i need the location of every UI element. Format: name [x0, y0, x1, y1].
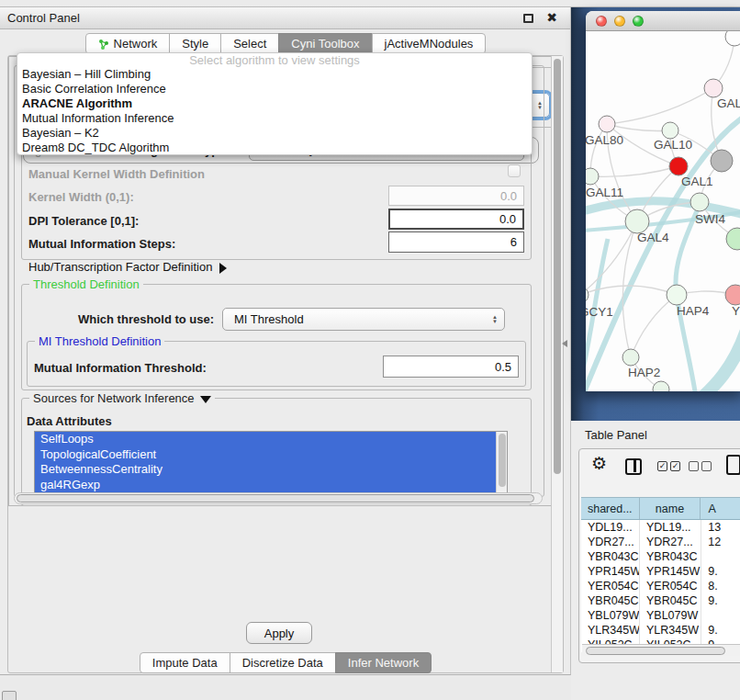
tab-style[interactable]: Style: [169, 33, 221, 54]
attribute-item[interactable]: SelfLoops: [35, 432, 507, 447]
table-row[interactable]: YDR27...YDR27...12: [581, 535, 740, 549]
network-node-gal11[interactable]: [586, 168, 599, 185]
algorithm-option[interactable]: Mutual Information Inference: [17, 111, 532, 126]
attributes-scrollbar[interactable]: [496, 432, 507, 498]
float-window-icon[interactable]: [523, 14, 533, 23]
mi-steps-value: 6: [510, 235, 517, 249]
table-row[interactable]: YPR145WYPR145W9.: [581, 564, 740, 579]
column-header[interactable]: A: [701, 498, 740, 519]
column-header[interactable]: name: [640, 498, 701, 519]
network-window-titlebar[interactable]: [586, 11, 740, 31]
table-cell: YBR043C: [640, 549, 701, 564]
table-cell: 9.: [701, 564, 740, 579]
minimized-panel-chip[interactable]: [2, 691, 17, 700]
network-node-label: GAL1: [681, 175, 713, 188]
network-node-y[interactable]: [725, 285, 740, 305]
checked-checkbox-icon[interactable]: ✓: [657, 461, 667, 471]
mi-steps-field[interactable]: 6: [388, 231, 524, 253]
bottom-tab-discretize-data[interactable]: Discretize Data: [230, 652, 336, 673]
settings-vertical-scrollbar[interactable]: [551, 56, 559, 506]
column-header[interactable]: shared...: [581, 498, 640, 519]
network-node[interactable]: [711, 150, 733, 172]
document-icon[interactable]: [726, 455, 740, 475]
network-edge[interactable]: [631, 295, 677, 357]
table-row[interactable]: YBL079WYBL079W: [581, 608, 740, 623]
network-node-hap2[interactable]: [622, 349, 639, 366]
network-node-label: SWI4: [695, 212, 725, 226]
gear-icon[interactable]: ⚙: [591, 454, 607, 474]
data-attributes-list[interactable]: SelfLoopsTopologicalCoefficientBetweenne…: [34, 431, 508, 499]
manual-kernel-checkbox[interactable]: [508, 164, 521, 177]
settings-horizontal-scrollbar[interactable]: [14, 492, 543, 504]
unchecked-checkbox-icon[interactable]: [701, 461, 712, 471]
panel-splitter-arrow[interactable]: [562, 340, 567, 347]
network-canvas[interactable]: GALGAL80GAL10GAL1GAL11SWI4GAL4GCY1HAP4YH…: [586, 31, 740, 391]
network-view-window[interactable]: GALGAL80GAL10GAL1GAL11SWI4GAL4GCY1HAP4YH…: [586, 11, 740, 391]
table-cell: YBR045C: [581, 593, 640, 608]
unchecked-checkbox-icon[interactable]: [689, 461, 699, 471]
stepper-arrows-icon: ▲▼: [486, 315, 504, 324]
control-panel-tabbar: NetworkStyleSelectCyni ToolboxjActiveMNo…: [0, 32, 571, 54]
network-edge[interactable]: [590, 166, 678, 176]
network-edge[interactable]: [607, 124, 670, 131]
table-cell: 9.: [701, 593, 740, 608]
network-node-hap4[interactable]: [667, 285, 687, 305]
close-icon[interactable]: ✖: [546, 10, 557, 25]
network-node-label: HAP2: [628, 366, 660, 379]
which-threshold-combo[interactable]: MI Threshold ▲▼: [222, 308, 505, 331]
hub-factor-expander[interactable]: Hub/Transcription Factor Definition: [28, 260, 227, 274]
network-node[interactable]: [653, 381, 669, 391]
network-node-label: Y: [732, 304, 740, 318]
attribute-item[interactable]: BetweennessCentrality: [35, 462, 507, 478]
table-cell: YBL079W: [581, 608, 640, 623]
chevron-down-icon: [200, 396, 211, 403]
checked-checkbox-icon[interactable]: ✓: [670, 461, 680, 471]
table-horizontal-scrollbar[interactable]: [582, 644, 740, 656]
mac-close-button[interactable]: [596, 16, 607, 27]
tab-network[interactable]: Network: [85, 33, 171, 54]
kernel-width-value: 0.0: [500, 189, 517, 203]
algorithm-option[interactable]: Dream8 DC_TDC Algorithm: [17, 141, 532, 155]
algorithm-option[interactable]: Basic Correlation Inference: [17, 82, 532, 96]
split-columns-icon[interactable]: [625, 458, 642, 475]
algorithm-option[interactable]: Bayesian – K2: [17, 126, 532, 141]
table-row[interactable]: YER054CYER054C8.: [581, 579, 740, 593]
kernel-width-field[interactable]: 0.0: [388, 186, 524, 206]
table-row[interactable]: YBR043CYBR043C: [581, 549, 740, 564]
network-node[interactable]: [726, 228, 740, 250]
table-row[interactable]: YLR345WYLR345W9.: [581, 623, 740, 638]
network-node[interactable]: [725, 31, 740, 46]
desktop-background: GALGAL80GAL10GAL1GAL11SWI4GAL4GCY1HAP4YH…: [571, 7, 740, 421]
algorithm-dropdown-placeholder: Select algorithm to view settings: [17, 54, 532, 67]
attribute-item[interactable]: gal4RGexp: [35, 478, 507, 493]
network-node-label: HAP4: [677, 304, 710, 318]
network-node-gal80[interactable]: [599, 116, 615, 132]
network-edge[interactable]: [607, 88, 713, 124]
sources-title[interactable]: Sources for Network Inference: [29, 391, 215, 405]
tab-jactivemnodules[interactable]: jActiveMNodules: [372, 33, 487, 54]
table-cell: YDR27...: [581, 535, 640, 549]
attribute-item[interactable]: TopologicalCoefficient: [35, 447, 507, 463]
network-node-gal[interactable]: [704, 79, 723, 97]
tab-cyni-toolbox[interactable]: Cyni Toolbox: [278, 33, 372, 54]
bottom-tab-impute-data[interactable]: Impute Data: [140, 652, 230, 673]
cyni-bottom-tabbar: Impute DataDiscretize DataInfer Network: [8, 651, 563, 673]
tab-label: Select: [233, 34, 266, 53]
network-node-swi4[interactable]: [690, 193, 709, 211]
mac-minimize-button[interactable]: [614, 16, 625, 27]
control-panel: Control Panel ✖ NetworkStyleSelectCyni T…: [0, 7, 571, 675]
network-node-gal10[interactable]: [662, 122, 678, 139]
table-panel: Table Panel ⚙ ✓ ✓ shared...nameA YDL19..…: [571, 421, 740, 700]
apply-button[interactable]: Apply: [246, 622, 312, 644]
tab-label: Infer Network: [348, 653, 419, 672]
bottom-tab-infer-network[interactable]: Infer Network: [335, 652, 432, 673]
dpi-tolerance-field[interactable]: 0.0: [388, 209, 524, 230]
mi-threshold-field[interactable]: 0.5: [383, 356, 519, 378]
network-node-gal1[interactable]: [669, 157, 688, 175]
tab-select[interactable]: Select: [220, 33, 279, 54]
table-row[interactable]: YBR045CYBR045C9.: [581, 593, 740, 608]
mac-zoom-button[interactable]: [633, 16, 644, 27]
algorithm-option[interactable]: Bayesian – Hill Climbing: [17, 67, 532, 82]
algorithm-option[interactable]: ARACNE Algorithm: [17, 96, 532, 111]
table-row[interactable]: YDL19...YDL19...13: [581, 520, 740, 535]
